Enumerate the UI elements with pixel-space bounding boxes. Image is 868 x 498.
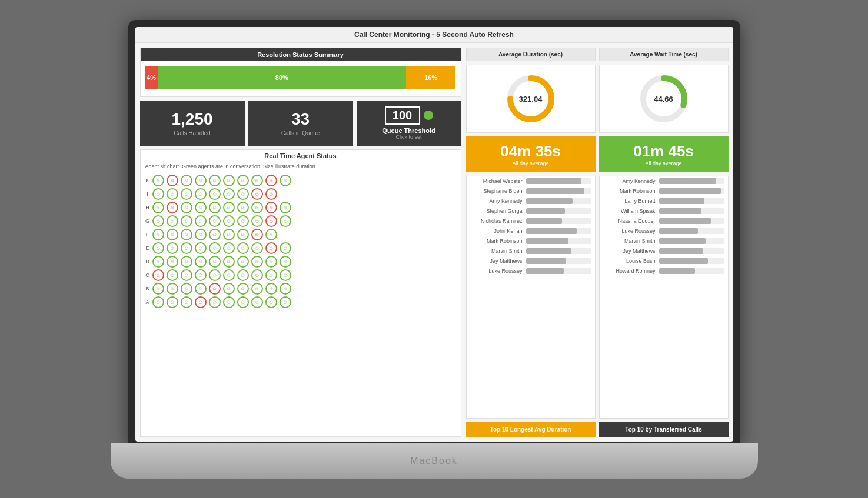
agent-green-icon: ☺ xyxy=(280,202,291,213)
list-item: Marvin Smith xyxy=(600,236,728,246)
avg-duration-donut: 321.04 xyxy=(504,72,557,125)
agent-green-icon: ☺ xyxy=(209,269,221,281)
agent-green-icon: ☺ xyxy=(251,283,263,295)
list-item: Luke Roussey xyxy=(600,226,728,236)
agent-green-icon: ☺ xyxy=(223,256,235,268)
avg-wait-button[interactable]: Top 10 by Transferred Calls xyxy=(599,422,729,437)
agent-green-icon: ☺ xyxy=(251,215,263,227)
queue-threshold-label: Queue Threshold xyxy=(382,127,435,134)
leaderboard-name: Naasha Cooper xyxy=(603,218,659,224)
agent-row: E☺☺☺☺☺☺☺☺☺☺ xyxy=(143,242,458,254)
list-item: Jay Matthews xyxy=(467,256,595,266)
agent-green-icon: ☺ xyxy=(195,202,207,213)
leaderboard-name: Amy Kennedy xyxy=(603,178,659,184)
agent-green-icon: ☺ xyxy=(195,215,207,227)
agent-green-icon: ☺ xyxy=(251,242,263,254)
agent-green-icon: ☺ xyxy=(223,242,235,254)
avg-wait-time: 01m 45s xyxy=(605,142,723,161)
leaderboard-bar-fill xyxy=(526,238,568,244)
queue-threshold-sub: Click to set xyxy=(395,134,421,140)
leaderboard-bar-wrap xyxy=(659,248,724,254)
list-item: Mark Robinson xyxy=(600,186,728,196)
leaderboard-bar-fill xyxy=(526,208,566,214)
queue-threshold-box[interactable]: 100 Queue Threshold Click to set xyxy=(357,101,461,146)
agent-green-icon: ☺ xyxy=(181,202,192,213)
list-item: Howard Romney xyxy=(600,266,728,276)
agent-green-icon: ☺ xyxy=(195,188,207,200)
leaderboard-bar-fill xyxy=(659,258,708,264)
avg-wait-time-box: 01m 45s All day average xyxy=(599,136,729,172)
agent-green-icon: ☺ xyxy=(223,175,235,186)
agent-row-label: G xyxy=(143,218,152,224)
agent-green-icon: ☺ xyxy=(280,242,291,254)
main-content: Resolution Status Summary 4% 80% 16% xyxy=(135,43,733,442)
agent-green-icon: ☺ xyxy=(209,296,221,308)
agent-green-icon: ☺ xyxy=(280,175,291,186)
leaderboard-bar-fill xyxy=(526,178,581,184)
agent-row-label: K xyxy=(143,178,152,183)
agent-green-icon: ☺ xyxy=(195,229,207,240)
agent-green-icon: ☺ xyxy=(181,296,192,308)
avg-wait-donut-container: 44.66 xyxy=(599,65,729,133)
avg-duration-time-label: All day average xyxy=(472,161,590,166)
agent-row-label: F xyxy=(143,232,152,238)
leaderboard-bar-wrap xyxy=(659,258,724,264)
agent-row-label: C xyxy=(143,272,152,278)
avg-duration-donut-container: 321.04 xyxy=(466,65,596,133)
agent-red-icon: ☺ xyxy=(251,229,263,240)
agent-green-icon: ☺ xyxy=(195,175,207,186)
list-item: Larry Burnett xyxy=(600,196,728,206)
agent-green-icon: ☺ xyxy=(181,175,192,186)
agent-red-icon: ☺ xyxy=(152,269,164,281)
agent-green-icon: ☺ xyxy=(251,269,263,281)
agent-green-icon: ☺ xyxy=(251,175,263,186)
agent-green-icon: ☺ xyxy=(181,256,192,268)
dashboard: Call Center Monitoring - 5 Second Auto R… xyxy=(135,27,733,442)
agent-green-icon: ☺ xyxy=(167,283,178,295)
agent-green-icon: ☺ xyxy=(223,229,235,240)
agent-green-icon: ☺ xyxy=(209,175,221,186)
leaderboard-name: Howard Romney xyxy=(603,268,659,274)
leaderboard-name: Mark Robinson xyxy=(603,188,659,194)
agent-green-icon: ☺ xyxy=(167,296,178,308)
list-item: Mark Robinson xyxy=(467,236,595,246)
laptop-screen: Call Center Monitoring - 5 Second Auto R… xyxy=(135,27,733,442)
bar-chart-area: 4% 80% 16% xyxy=(141,61,461,96)
list-item: Amy Kennedy xyxy=(467,196,595,206)
agent-green-icon: ☺ xyxy=(280,296,291,308)
leaderboard-bar-wrap xyxy=(659,268,724,274)
leaderboard-name: Amy Kennedy xyxy=(470,198,526,204)
leaderboard-bar-wrap xyxy=(659,218,724,224)
laptop-frame: Call Center Monitoring - 5 Second Auto R… xyxy=(111,20,758,479)
calls-queue-value: 33 xyxy=(291,110,310,129)
laptop-brand: MacBook xyxy=(410,456,458,466)
agent-green-icon: ☺ xyxy=(280,283,291,295)
queue-threshold-top: 100 xyxy=(385,106,433,125)
agent-green-icon: ☺ xyxy=(167,215,178,227)
agent-green-icon: ☺ xyxy=(223,202,235,213)
agent-green-icon: ☺ xyxy=(195,269,207,281)
agent-icons-group: ☺☺☺☺☺☺☺☺☺☺ xyxy=(152,296,291,308)
leaderboard-bar-wrap xyxy=(526,238,591,244)
agent-red-icon: ☺ xyxy=(265,242,277,254)
agent-green-icon: ☺ xyxy=(237,202,249,213)
agent-green-icon: ☺ xyxy=(167,229,178,240)
list-item: Marvin Smith xyxy=(467,246,595,256)
leaderboard-bar-fill xyxy=(526,218,562,224)
avg-wait-leaderboard: Amy KennedyMark RobinsonLarry BurnettWil… xyxy=(599,176,729,419)
leaderboard-name: Nicholas Ramirez xyxy=(470,218,526,224)
agent-green-icon: ☺ xyxy=(167,269,178,281)
agent-icons-group: ☺☺☺☺☺☺☺☺☺☺ xyxy=(152,175,291,186)
leaderboard-name: Mark Robinson xyxy=(470,238,526,244)
leaderboard-name: Stephen Gorga xyxy=(470,208,526,214)
agent-green-icon: ☺ xyxy=(237,175,249,186)
leaderboard-bar-wrap xyxy=(526,178,591,184)
agent-icons-group: ☺☺☺☺☺☺☺☺☺ xyxy=(152,188,277,200)
agent-icons-group: ☺☺☺☺☺☺☺☺☺☺ xyxy=(152,269,291,281)
agent-green-icon: ☺ xyxy=(167,256,178,268)
leaderboard-bar-wrap xyxy=(526,198,591,204)
agent-row: B☺☺☺☺☺☺☺☺☺☺ xyxy=(143,283,458,295)
leaderboard-bar-fill xyxy=(659,188,721,194)
leaderboard-bar-fill xyxy=(526,248,572,254)
avg-duration-button[interactable]: Top 10 Longest Avg Duration xyxy=(466,422,596,437)
